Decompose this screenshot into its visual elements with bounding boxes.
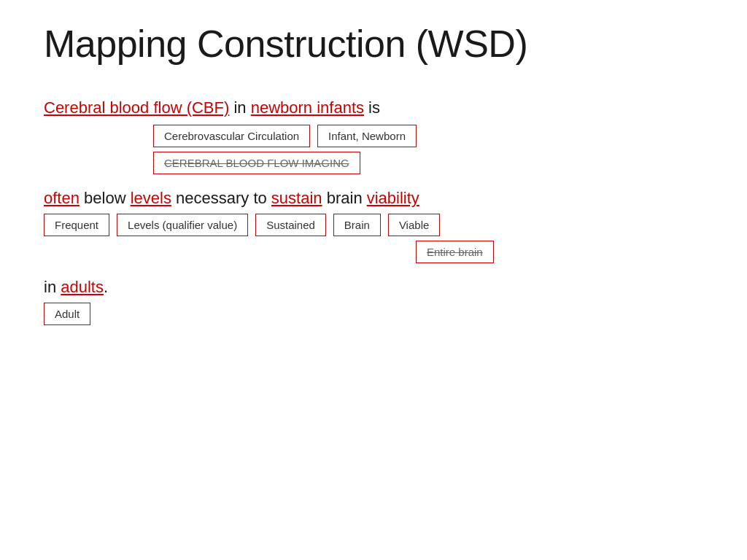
mapping-cerebrovascular[interactable]: Cerebrovascular Circulation	[153, 125, 310, 147]
mapping-entire-brain[interactable]: Entire brain	[416, 241, 494, 263]
sentence2-line: often below levels necessary to sustain …	[44, 189, 703, 208]
sentence2-mapping-row2: Entire brain	[416, 241, 703, 263]
cbf-term[interactable]: Cerebral blood flow (CBF)	[44, 98, 229, 117]
mapping-adult[interactable]: Adult	[44, 303, 90, 325]
levels-term[interactable]: levels	[131, 189, 171, 207]
sentence1-mapping-row1: Cerebrovascular Circulation Infant, Newb…	[153, 125, 703, 147]
mapping-viable[interactable]: Viable	[388, 214, 440, 236]
mapping-levels-qualifier[interactable]: Levels (qualifier value)	[117, 214, 248, 236]
viability-term[interactable]: viability	[367, 189, 419, 207]
sentence1-text-is: is	[364, 98, 380, 117]
newborn-infants-term[interactable]: newborn infants	[251, 98, 364, 117]
sentence1-text-in: in	[229, 98, 250, 117]
often-term[interactable]: often	[44, 189, 80, 207]
sentence3-text-in: in	[44, 278, 61, 296]
mapping-infant-newborn[interactable]: Infant, Newborn	[317, 125, 417, 147]
sentence1-mapping-row2: CEREBRAL BLOOD FLOW IMAGING	[153, 152, 703, 174]
adults-term[interactable]: adults	[61, 278, 104, 296]
sentence2-mapping-row1: Frequent Levels (qualifier value) Sustai…	[44, 214, 703, 236]
page-title: Mapping Construction (WSD)	[44, 22, 703, 66]
mapping-brain[interactable]: Brain	[333, 214, 381, 236]
mapping-cbf-imaging[interactable]: CEREBRAL BLOOD FLOW IMAGING	[153, 152, 360, 174]
sentence3-period: .	[104, 278, 108, 296]
sentence2-text-necessary: necessary to	[171, 189, 271, 207]
sustain-term[interactable]: sustain	[271, 189, 322, 207]
sentence3-line: in adults.	[44, 278, 703, 297]
sentence2-text-brain: brain	[322, 189, 367, 207]
mapping-frequent[interactable]: Frequent	[44, 214, 109, 236]
mapping-sustained[interactable]: Sustained	[255, 214, 326, 236]
sentence1-line: Cerebral blood flow (CBF) in newborn inf…	[44, 95, 703, 120]
sentence2-text-below: below	[80, 189, 131, 207]
sentence3-mapping-row: Adult	[44, 303, 703, 325]
